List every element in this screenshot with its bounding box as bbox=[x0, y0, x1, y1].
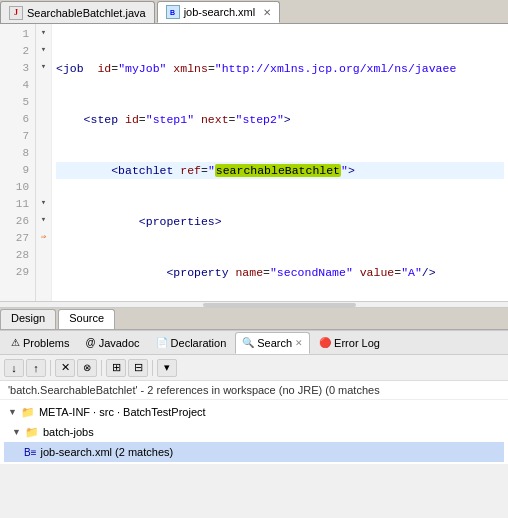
tab-design[interactable]: Design bbox=[0, 309, 56, 329]
toolbar-sep-2 bbox=[101, 360, 102, 376]
tab-search[interactable]: 🔍 Search ✕ bbox=[235, 332, 310, 354]
declaration-icon: 📄 bbox=[156, 337, 168, 348]
search-icon: 🔍 bbox=[242, 337, 254, 348]
java-icon: J bbox=[9, 6, 23, 20]
code-line-3: <batchlet ref="searchableBatchlet"> bbox=[56, 162, 504, 179]
tab-declaration-label: Declaration bbox=[171, 337, 227, 349]
xml-icon: B bbox=[166, 5, 180, 19]
tab-java[interactable]: J SearchableBatchlet.java bbox=[0, 1, 155, 23]
tab-problems[interactable]: ⚠ Problems bbox=[4, 332, 76, 354]
tab-declaration[interactable]: 📄 Declaration bbox=[149, 332, 234, 354]
search-tab-bar: ⚠ Problems @ Javadoc 📄 Declaration 🔍 Sea… bbox=[0, 331, 508, 355]
toolbar-sep-3 bbox=[152, 360, 153, 376]
tab-javadoc[interactable]: @ Javadoc bbox=[78, 332, 146, 354]
batch-jobs-label: batch-jobs bbox=[43, 426, 94, 438]
scroll-bar[interactable] bbox=[0, 302, 508, 308]
code-line-1: <job id="myJob" xmlns="http://xmlns.jcp.… bbox=[56, 60, 504, 77]
javadoc-icon: @ bbox=[85, 337, 95, 348]
tree-batch-jobs[interactable]: ▼ 📁 batch-jobs bbox=[4, 422, 504, 442]
batch-jobs-arrow: ▼ bbox=[12, 427, 21, 437]
tab-xml-label: job-search.xml bbox=[184, 6, 256, 18]
code-line-4: <properties> bbox=[56, 213, 504, 230]
errorlog-icon: 🔴 bbox=[319, 337, 331, 348]
toolbar-sep-1 bbox=[50, 360, 51, 376]
expand-all-button[interactable]: ⊞ bbox=[106, 359, 126, 377]
remove-all-button[interactable]: ⊗ bbox=[77, 359, 97, 377]
line-icons: ▾ ▾ ▾ ▾ ▾ ⇒ bbox=[36, 24, 52, 301]
problems-icon: ⚠ bbox=[11, 337, 20, 348]
line-numbers: 1 2 3 4 5 6 7 8 9 10 11 26 27 28 29 bbox=[0, 24, 36, 301]
editor-tab-bar: J SearchableBatchlet.java B job-search.x… bbox=[0, 0, 508, 24]
search-panel: ⚠ Problems @ Javadoc 📄 Declaration 🔍 Sea… bbox=[0, 330, 508, 464]
tab-search-close[interactable]: ✕ bbox=[295, 338, 303, 348]
code-line-5: <property name="secondName" value="A"/> bbox=[56, 264, 504, 281]
file-match-label: job-search.xml (2 matches) bbox=[41, 446, 174, 458]
tab-problems-label: Problems bbox=[23, 337, 69, 349]
code-line-2: <step id="step1" next="step2"> bbox=[56, 111, 504, 128]
root-label: META-INF · src · BatchTestProject bbox=[39, 406, 206, 418]
root-arrow: ▼ bbox=[8, 407, 17, 417]
tab-xml-close[interactable]: ✕ bbox=[263, 7, 271, 18]
tab-javadoc-label: Javadoc bbox=[99, 337, 140, 349]
tab-design-label: Design bbox=[11, 312, 45, 324]
search-toolbar: ↓ ↑ ✕ ⊗ ⊞ ⊟ ▾ bbox=[0, 355, 508, 381]
tab-source[interactable]: Source bbox=[58, 309, 115, 329]
tree-root[interactable]: ▼ 📁 META-INF · src · BatchTestProject bbox=[4, 402, 504, 422]
collapse-all-button[interactable]: ⊟ bbox=[128, 359, 148, 377]
tab-errorlog-label: Error Log bbox=[334, 337, 380, 349]
result-tree: ▼ 📁 META-INF · src · BatchTestProject ▼ … bbox=[0, 400, 508, 464]
prev-button[interactable]: ↑ bbox=[26, 359, 46, 377]
menu-button[interactable]: ▾ bbox=[157, 359, 177, 377]
tab-java-label: SearchableBatchlet.java bbox=[27, 7, 146, 19]
tab-search-label: Search bbox=[257, 337, 292, 349]
tree-file-match[interactable]: B≡ job-search.xml (2 matches) bbox=[4, 442, 504, 462]
remove-button[interactable]: ✕ bbox=[55, 359, 75, 377]
code-content[interactable]: <job id="myJob" xmlns="http://xmlns.jcp.… bbox=[52, 24, 508, 301]
next-button[interactable]: ↓ bbox=[4, 359, 24, 377]
tab-source-label: Source bbox=[69, 312, 104, 324]
xml-file-icon: B≡ bbox=[24, 447, 37, 458]
code-editor: 1 2 3 4 5 6 7 8 9 10 11 26 27 28 29 ▾ ▾ … bbox=[0, 24, 508, 302]
batch-jobs-icon: 📁 bbox=[25, 426, 39, 439]
tab-xml[interactable]: B job-search.xml ✕ bbox=[157, 1, 281, 23]
root-folder-icon: 📁 bbox=[21, 406, 35, 419]
design-source-bar: Design Source bbox=[0, 308, 508, 330]
tab-errorlog[interactable]: 🔴 Error Log bbox=[312, 332, 387, 354]
search-result-text: 'batch.SearchableBatchlet' - 2 reference… bbox=[0, 381, 508, 400]
